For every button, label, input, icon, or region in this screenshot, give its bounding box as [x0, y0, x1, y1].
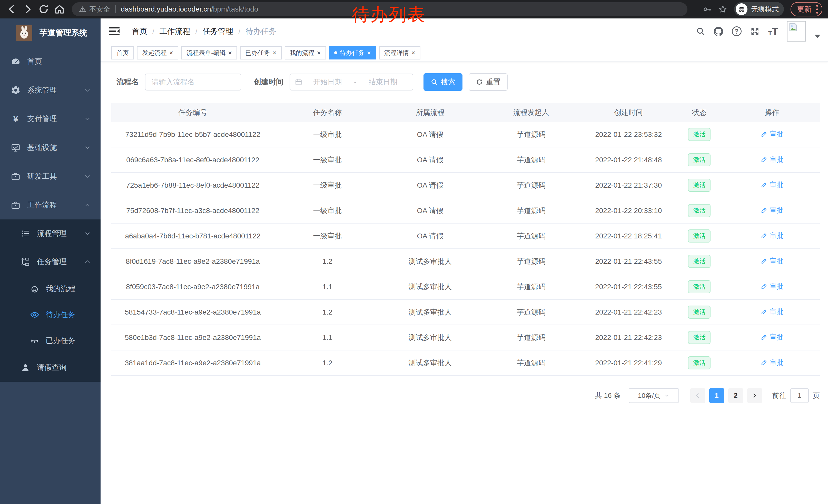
date-range-picker[interactable]: 开始日期 - 结束日期: [290, 74, 413, 91]
sidebar-item-process-management[interactable]: 流程管理: [0, 220, 100, 248]
process-name-input[interactable]: [145, 74, 241, 91]
broken-image-icon: [788, 22, 798, 32]
browser-forward-icon[interactable]: [22, 4, 33, 15]
sidebar-item-done-tasks[interactable]: 已办任务: [0, 328, 100, 354]
help-icon[interactable]: ?: [732, 27, 742, 36]
tab-process-detail[interactable]: 流程详情 ×: [379, 46, 420, 59]
monitor-icon: [11, 143, 20, 152]
action-cell: 审批: [724, 282, 820, 292]
sidebar-item-workflow[interactable]: 工作流程: [0, 191, 100, 220]
tab-process-form-edit[interactable]: 流程表单-编辑 ×: [181, 46, 237, 59]
app-logo-row[interactable]: 芋道管理系统: [0, 18, 100, 47]
tab-todo-tasks[interactable]: 待办任务 ×: [329, 46, 376, 59]
breadcrumb-item[interactable]: 待办任务: [234, 26, 277, 37]
password-key-icon[interactable]: [703, 5, 711, 13]
page-suffix-label: 页: [813, 391, 820, 400]
approve-link[interactable]: 审批: [760, 130, 784, 139]
search-icon[interactable]: [696, 27, 705, 36]
table-header: 任务编号 任务名称 所属流程 流程发起人 创建时间 状态 操作: [111, 103, 820, 122]
process-cell: OA 请假: [381, 206, 480, 216]
url-path[interactable]: /bpm/task/todo: [211, 5, 258, 13]
browser-back-icon[interactable]: [6, 4, 17, 15]
goto-page-input[interactable]: [790, 388, 809, 403]
task-id-cell: 8f0d1619-7ac8-11ec-a9e2-a2380e71991a: [111, 258, 274, 266]
close-icon[interactable]: ×: [169, 49, 173, 56]
fullscreen-icon[interactable]: [750, 27, 759, 36]
next-page-button[interactable]: [747, 388, 762, 403]
close-icon[interactable]: ×: [367, 49, 371, 56]
browser-actions: 无痕模式 更新: [703, 2, 822, 16]
close-icon[interactable]: ×: [273, 49, 276, 56]
page-number-button[interactable]: 2: [728, 388, 743, 403]
chevron-down-icon: [84, 144, 91, 151]
approve-label: 审批: [770, 231, 784, 240]
sidebar-item-system-management[interactable]: 系统管理: [0, 76, 100, 104]
browser-update-button[interactable]: 更新: [791, 2, 822, 16]
breadcrumb-item[interactable]: 任务管理: [190, 26, 234, 37]
approve-link[interactable]: 审批: [760, 155, 784, 164]
close-icon[interactable]: ×: [317, 49, 321, 56]
tab-done-tasks[interactable]: 已办任务 ×: [240, 46, 281, 59]
task-name-cell: 1.2: [274, 359, 380, 367]
approve-link[interactable]: 审批: [760, 358, 784, 367]
approve-link[interactable]: 审批: [760, 205, 784, 215]
yen-icon: ¥: [11, 114, 20, 124]
incognito-icon: [736, 3, 747, 15]
reset-button[interactable]: 重置: [469, 73, 508, 91]
not-secure-warning-icon: [79, 6, 86, 13]
sidebar-item-home[interactable]: 首页: [0, 47, 100, 76]
col-task-name: 任务名称: [274, 108, 380, 118]
browser-home-icon[interactable]: [54, 4, 65, 15]
approve-link[interactable]: 审批: [760, 256, 784, 266]
browser-menu-icon[interactable]: [816, 5, 818, 13]
tab-my-process[interactable]: 我的流程 ×: [285, 46, 326, 59]
approve-link[interactable]: 审批: [760, 307, 784, 316]
approve-link[interactable]: 审批: [760, 231, 784, 240]
process-name-label: 流程名: [117, 77, 139, 87]
sidebar-item-my-process[interactable]: 我的流程: [0, 276, 100, 302]
app-logo: [16, 25, 32, 41]
prev-page-button[interactable]: [690, 388, 705, 403]
font-size-icon[interactable]: TT: [768, 26, 778, 36]
approve-link[interactable]: 审批: [760, 332, 784, 342]
table-row: 8f0d1619-7ac8-11ec-a9e2-a2380e71991a 1.2…: [111, 249, 820, 274]
sidebar-item-todo-tasks[interactable]: 待办任务: [0, 302, 100, 328]
sidebar-item-infrastructure[interactable]: 基础设施: [0, 133, 100, 162]
page-content: 流程名 创建时间 开始日期 - 结束日期 搜索: [100, 62, 828, 504]
browser-reload-icon[interactable]: [38, 4, 49, 15]
sidebar-item-leave-query[interactable]: 请假查询: [0, 354, 100, 382]
approve-link[interactable]: 审批: [760, 180, 784, 189]
breadcrumb-item[interactable]: 工作流程: [147, 26, 190, 37]
page-number-button[interactable]: 1: [709, 388, 724, 403]
task-id-cell: 381aa1dd-7ac8-11ec-a9e2-a2380e71991a: [111, 359, 274, 367]
close-icon[interactable]: ×: [411, 49, 415, 56]
tab-start-process[interactable]: 发起流程 ×: [137, 46, 178, 59]
created-cell: 2022-01-21 22:41:29: [583, 359, 675, 367]
security-label[interactable]: 不安全: [89, 5, 110, 14]
status-cell: 激活: [675, 331, 724, 344]
created-cell: 2022-01-21 22:42:23: [583, 308, 675, 316]
sidebar-item-dev-tools[interactable]: 研发工具: [0, 162, 100, 191]
breadcrumb-item[interactable]: 首页: [132, 26, 147, 37]
close-icon[interactable]: ×: [228, 49, 232, 56]
avatar[interactable]: [787, 21, 806, 42]
task-name-cell: 1.1: [274, 283, 380, 291]
sidebar-item-task-management[interactable]: 任务管理: [0, 248, 100, 276]
end-date-placeholder[interactable]: 结束日期: [358, 77, 408, 87]
sidebar-item-payment-management[interactable]: ¥ 支付管理: [0, 104, 100, 133]
avatar-caret-icon[interactable]: [815, 35, 820, 38]
github-icon[interactable]: [714, 27, 723, 36]
created-cell: 2022-01-22 23:53:32: [583, 131, 675, 139]
sidebar-collapse-icon[interactable]: [108, 26, 120, 36]
page-size-value: 10条/页: [638, 391, 661, 400]
search-button[interactable]: 搜索: [423, 73, 462, 91]
approve-link[interactable]: 审批: [760, 282, 784, 291]
url-host[interactable]: dashboard.yudao.iocoder.cn: [121, 5, 211, 13]
bookmark-star-icon[interactable]: [718, 5, 728, 14]
status-badge: 激活: [688, 331, 710, 344]
start-date-placeholder[interactable]: 开始日期: [302, 77, 353, 87]
page-size-select[interactable]: 10条/页: [629, 388, 679, 403]
edit-pen-icon: [760, 283, 768, 290]
tab-home[interactable]: 首页: [111, 46, 134, 59]
update-label[interactable]: 更新: [797, 4, 812, 14]
